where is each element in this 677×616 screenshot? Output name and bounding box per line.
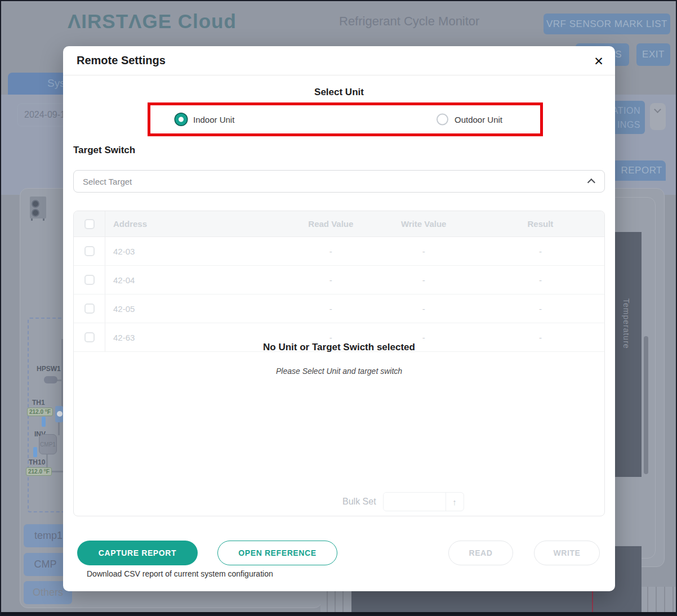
diagram-label-th10: TH10 (29, 458, 45, 466)
radio-selected-icon[interactable] (175, 114, 187, 126)
arrow-up-icon[interactable]: ↑ (446, 493, 464, 511)
empty-state-subtitle: Please Select Unit and target switch (74, 367, 604, 376)
close-icon[interactable]: ✕ (590, 53, 607, 70)
table-row: 42-05 - - - (74, 294, 604, 323)
chevron-down-icon (654, 106, 661, 113)
radio-option-indoor-unit[interactable]: Indoor Unit (175, 114, 234, 126)
address-table: Address Read Value Write Value Result 42… (73, 211, 605, 516)
collapse-toggle-button[interactable] (650, 103, 666, 130)
open-reference-button[interactable]: OPEN REFERENCE (217, 541, 337, 565)
row-checkbox[interactable] (84, 303, 95, 314)
gridline (647, 587, 648, 614)
thermometer-icon (33, 447, 37, 457)
empty-state-title: No Unit or Target Swicth selected (74, 342, 604, 353)
select-all-checkbox[interactable] (84, 219, 95, 229)
airstage-cloud-logo: ΛIRSTΛGE Cloud (68, 10, 237, 33)
gridline (656, 587, 657, 614)
radio-option-outdoor-unit[interactable]: Outdoor Unit (437, 114, 502, 126)
column-header-write-value: Write Value (371, 219, 476, 229)
diagram-label-hpsw1: HPSW1 (37, 365, 61, 373)
page-title: Refrigerant Cycle Monitor (339, 14, 479, 29)
outdoor-unit-leg (43, 218, 44, 221)
row-checkbox[interactable] (84, 246, 95, 256)
pipe-line (58, 422, 60, 435)
dialog-title: Remote Settings (77, 54, 166, 67)
column-header-address: Address (105, 219, 291, 229)
column-header-read-value: Read Value (291, 219, 371, 229)
read-button[interactable]: READ (448, 541, 513, 565)
temperature-axis-label: Temperature (622, 298, 631, 349)
thermometer-icon (42, 417, 46, 427)
capture-report-button[interactable]: CAPTURE REPORT (77, 541, 198, 565)
target-switch-select[interactable]: Select Target (73, 170, 605, 193)
bulk-set-label: Bulk Set (342, 497, 376, 507)
th1-value-badge: 212.0 °F (27, 408, 53, 416)
write-button[interactable]: WRITE (534, 541, 600, 565)
table-header-row: Address Read Value Write Value Result (74, 211, 604, 237)
outdoor-unit-fan-icon (32, 209, 39, 217)
valve-icon (55, 406, 63, 422)
table-row: 42-04 - - - (74, 266, 604, 294)
bulk-set-control: Bulk Set ↑ (342, 492, 464, 511)
outdoor-unit-fan-icon (32, 200, 39, 208)
compressor-box: CMP1 (39, 434, 57, 454)
radio-label: Outdoor Unit (455, 115, 502, 124)
diagram-label-th1: TH1 (32, 399, 45, 407)
radio-unselected-icon[interactable] (437, 114, 448, 126)
target-switch-heading: Target Switch (73, 145, 135, 156)
select-unit-heading: Select Unit (63, 87, 615, 98)
hpsw1-switch-icon (44, 376, 57, 383)
select-unit-highlight-box: Indoor Unit Outdoor Unit (148, 102, 543, 136)
window-bottom-border (1, 612, 676, 615)
scrollbar[interactable] (644, 336, 648, 474)
temperature-chart-panel (615, 232, 642, 477)
column-header-result: Result (476, 219, 604, 229)
bulk-set-input[interactable] (384, 493, 446, 511)
screen: ΛIRSTΛGE Cloud Refrigerant Cycle Monitor… (0, 0, 677, 616)
exit-button[interactable]: EXIT (636, 43, 670, 66)
gridline (672, 587, 674, 614)
remote-settings-dialog: Remote Settings ✕ Select Unit Indoor Uni… (63, 46, 615, 591)
outdoor-unit-leg (31, 218, 33, 221)
vrf-sensor-mark-list-button[interactable]: VRF SENSOR MARK LIST (544, 14, 670, 34)
row-checkbox[interactable] (84, 275, 95, 285)
dialog-header: Remote Settings ✕ (63, 46, 615, 75)
select-placeholder: Select Target (83, 177, 590, 186)
gridline (664, 587, 665, 614)
row-checkbox[interactable] (84, 332, 95, 342)
radio-label: Indoor Unit (193, 115, 234, 124)
legend-button-cmp[interactable]: CMP (24, 553, 67, 576)
th10-value-badge: 212.0 °F (26, 467, 52, 476)
table-row: 42-03 - - - (74, 237, 604, 266)
csv-note: Download CSV report of current system co… (87, 569, 273, 578)
